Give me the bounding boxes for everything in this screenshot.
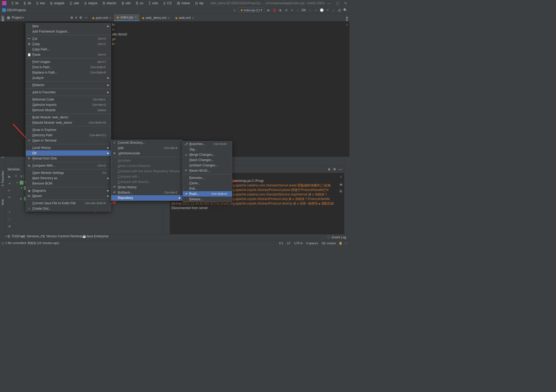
menu-window[interactable]: Window: [174, 1, 192, 6]
menu-item-directory-path[interactable]: Directory PathCtrl+Alt+F12: [26, 133, 111, 138]
menu-item-reload-from-disk[interactable]: ↻Reload from Disk: [26, 156, 111, 161]
menu-item-git[interactable]: Git▶: [26, 150, 111, 156]
maximize-icon[interactable]: ▢: [336, 1, 339, 5]
breadcrumb[interactable]: IDEAProjects: [2, 8, 26, 12]
print-icon[interactable]: 🖶: [339, 189, 342, 194]
editor-tab-web_demo-iml[interactable]: ◆web_demo.iml✕: [139, 15, 172, 21]
project-structure-icon[interactable]: ▤: [337, 8, 341, 12]
menu-item-add-to-favorites[interactable]: Add to Favorites▶: [26, 90, 111, 95]
run-configuration[interactable]: ◆ index.jsp (1) ▾: [238, 7, 265, 13]
filter2-icon[interactable]: ⏷: [8, 195, 11, 199]
menu-item-push[interactable]: ↗Push...Ctrl+Shift+K: [183, 191, 232, 197]
status-toggle-icon[interactable]: ▢: [0, 241, 5, 245]
hammer-icon[interactable]: ↘: [232, 8, 236, 12]
status-git-master[interactable]: Git: master: [322, 242, 336, 245]
toolwindow-tab-java-enterprise[interactable]: ☕Java Enterprise: [82, 234, 108, 240]
status-utf-8[interactable]: UTF-8: [294, 242, 302, 245]
deploy2-icon[interactable]: ◈: [8, 224, 11, 228]
select-opened-icon[interactable]: ⊕: [70, 16, 73, 19]
menu-navigate[interactable]: Navigate: [47, 1, 66, 6]
status-lf[interactable]: LF: [287, 242, 290, 245]
run-icon[interactable]: ▶: [266, 8, 271, 12]
menu-item-pull[interactable]: Pull...: [183, 186, 232, 191]
menu-item-add[interactable]: AddCtrl+Alt+A: [111, 145, 182, 151]
menu-item-repository[interactable]: Repository▶: [111, 195, 182, 201]
menu-item-copy-path[interactable]: Copy Path...: [26, 47, 111, 52]
menu-vcs[interactable]: VCS: [160, 1, 173, 6]
hide-icon[interactable]: —: [339, 167, 342, 171]
git-history-icon[interactable]: 🕐: [320, 8, 324, 12]
status-6-1[interactable]: 6:1: [279, 242, 283, 245]
toolwindow-tab-terminal[interactable]: >Terminal: [68, 234, 82, 240]
menu-item-compare-with[interactable]: ⇆Compare With...Ctrl+D: [26, 163, 111, 168]
menu-item-git-info-exclude[interactable]: ✕.git/info/exclude: [111, 151, 182, 156]
hide-icon[interactable]: —: [84, 16, 88, 19]
expand-all-icon[interactable]: ≡: [75, 16, 77, 19]
menu-item-optimize-imports[interactable]: Optimize ImportsCtrl+Alt+O: [26, 102, 111, 107]
git-update-icon[interactable]: ↙: [308, 8, 312, 12]
git-commit-icon[interactable]: ✓: [314, 8, 318, 12]
menu-item-maven[interactable]: mMaven▶: [26, 193, 111, 199]
menu-item-create-gist[interactable]: ○Create Gist...: [26, 206, 111, 211]
soft-wrap-icon[interactable]: ↲: [340, 175, 342, 179]
menu-item-merge-changes[interactable]: ⎌Merge Changes...: [183, 152, 232, 157]
menu-item-rollback[interactable]: ↶Rollback...Ctrl+Alt+Z: [111, 190, 182, 195]
close-icon[interactable]: ✕: [344, 1, 347, 5]
debug-icon[interactable]: 🐞: [272, 8, 277, 12]
tab-ant[interactable]: Ant: [345, 15, 349, 22]
tab-web[interactable]: Web: [1, 198, 4, 206]
menu-file[interactable]: File: [9, 1, 20, 6]
scroll-end-icon[interactable]: ⬓: [340, 182, 342, 186]
menu-item-remotes[interactable]: Remotes...: [183, 175, 232, 181]
menu-run[interactable]: Run: [133, 1, 145, 6]
menu-code[interactable]: Code: [66, 1, 81, 6]
lock-icon[interactable]: 🔒: [339, 241, 345, 245]
menu-item-remove-bom[interactable]: Remove BOM: [26, 181, 111, 186]
menu-item-add-framework-support[interactable]: Add Framework Support...: [26, 29, 111, 34]
menu-view[interactable]: View: [33, 1, 46, 6]
editor-tab-pom-xml[interactable]: ◆pom.xml✕: [89, 15, 114, 21]
menu-item-diagrams[interactable]: ◈Diagrams▶: [26, 188, 111, 193]
menu-item-mark-directory-as[interactable]: Mark Directory as▶: [26, 175, 111, 181]
menu-item-reformat-code[interactable]: Reformat CodeCtrl+Alt+L: [26, 97, 111, 102]
menu-item-clone[interactable]: Clone...: [183, 181, 232, 186]
menu-help[interactable]: Help: [192, 1, 205, 6]
menu-item-new[interactable]: New▶: [26, 23, 111, 29]
menu-refactor[interactable]: Refactor: [100, 1, 118, 6]
event-log-label[interactable]: Event Log: [332, 235, 346, 239]
tree-icon[interactable]: ⇥: [8, 182, 11, 185]
menu-item-open-module-settings[interactable]: Open Module SettingsF4: [26, 170, 111, 175]
toolwindow-tab-8-services[interactable]: ◈8: Services: [21, 234, 39, 240]
menu-item-cut[interactable]: ✂CutCtrl+X: [26, 36, 111, 41]
chevron-down-icon[interactable]: ▾: [23, 16, 24, 19]
menu-item-replace-in-path[interactable]: Replace in Path...Ctrl+Shift+R: [26, 70, 111, 75]
filter-icon[interactable]: ⏵|: [20, 174, 24, 178]
coverage-icon[interactable]: ◉: [278, 8, 282, 12]
menu-item-branches[interactable]: ⎇Branches...Ctrl+Shift+`: [183, 141, 232, 147]
menu-build[interactable]: Build: [119, 1, 132, 6]
menu-item-build-module-web-demo[interactable]: Build Module 'web_demo': [26, 115, 111, 120]
menu-analyze[interactable]: Analyze: [81, 1, 99, 6]
menu-item-find-usages[interactable]: Find UsagesAlt+F7: [26, 59, 111, 65]
status-4-spaces[interactable]: 4 spaces: [306, 242, 318, 245]
search-icon[interactable]: 🔍: [343, 8, 347, 12]
menu-item-stash-changes[interactable]: Stash Changes...: [183, 157, 232, 163]
menu-item-find-in-path[interactable]: Find in Path...Ctrl+Shift+F: [26, 65, 111, 70]
menu-item-show-in-explorer[interactable]: Show in Explorer: [26, 127, 111, 133]
filter-icon[interactable]: ⇤: [8, 189, 11, 192]
link-icon[interactable]: ↗: [8, 210, 11, 214]
menu-tools[interactable]: Tools: [145, 1, 160, 6]
tab-favorites[interactable]: 2: Favorites: [1, 170, 4, 187]
deploy-icon[interactable]: ⬚: [8, 217, 11, 221]
menu-item-open-in-terminal[interactable]: >Open in Terminal: [26, 138, 111, 143]
menu-item-tag[interactable]: Tag...: [183, 147, 232, 152]
menu-item-refactor[interactable]: Refactor▶: [26, 82, 111, 88]
target-icon[interactable]: ⊕: [328, 167, 330, 171]
settings-icon[interactable]: ⚙: [79, 16, 82, 19]
tree-view-icon[interactable]: ≡: [15, 174, 17, 178]
menu-item-rebase[interactable]: Rebase...: [183, 197, 232, 202]
editor-tab-web-xml[interactable]: ◆web.xml✕: [172, 15, 197, 21]
menu-item-local-history[interactable]: Local History▶: [26, 145, 111, 150]
toolwindow-tab-9-version-control[interactable]: ⎇9: Version Control: [39, 234, 68, 240]
menu-item-rebuild-module-web-demo[interactable]: Rebuild Module 'web_demo'Ctrl+Shift+F9: [26, 120, 111, 125]
